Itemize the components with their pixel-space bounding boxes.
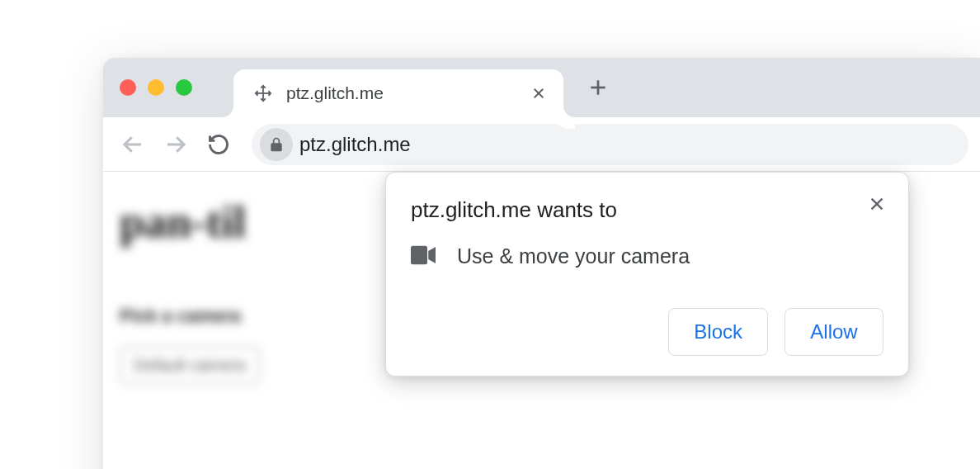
svg-marker-11 — [428, 247, 436, 263]
close-button[interactable] — [865, 192, 888, 216]
tab-close-button[interactable] — [529, 83, 549, 103]
tab-title: ptz.glitch.me — [286, 83, 529, 103]
back-button[interactable] — [115, 126, 151, 163]
lock-icon — [268, 136, 285, 153]
permission-message: Use & move your camera — [457, 244, 690, 268]
svg-rect-10 — [411, 245, 427, 264]
address-bar[interactable]: ptz.glitch.me — [252, 124, 968, 165]
site-info-button[interactable] — [260, 128, 293, 161]
window-minimize-button[interactable] — [148, 79, 164, 96]
allow-button[interactable]: Allow — [784, 308, 883, 356]
window-maximize-button[interactable] — [176, 79, 192, 96]
move-icon — [253, 83, 273, 103]
reload-button[interactable] — [200, 126, 237, 163]
camera-select[interactable]: Default camera — [120, 347, 260, 384]
permission-row: Use & move your camera — [411, 244, 883, 268]
forward-button[interactable] — [158, 126, 194, 163]
window-close-button[interactable] — [120, 79, 136, 96]
camera-icon — [411, 245, 436, 268]
tab-strip: ptz.glitch.me — [103, 58, 980, 117]
block-button[interactable]: Block — [668, 308, 768, 356]
permission-prompt: ptz.glitch.me wants to Use & move your c… — [385, 172, 909, 377]
browser-toolbar: ptz.glitch.me — [103, 117, 980, 172]
permission-title: ptz.glitch.me wants to — [411, 197, 883, 223]
new-tab-button[interactable] — [578, 68, 618, 107]
url-text: ptz.glitch.me — [299, 133, 411, 156]
browser-tab[interactable]: ptz.glitch.me — [233, 69, 563, 117]
window-controls — [120, 79, 192, 96]
permission-actions: Block Allow — [411, 308, 883, 356]
